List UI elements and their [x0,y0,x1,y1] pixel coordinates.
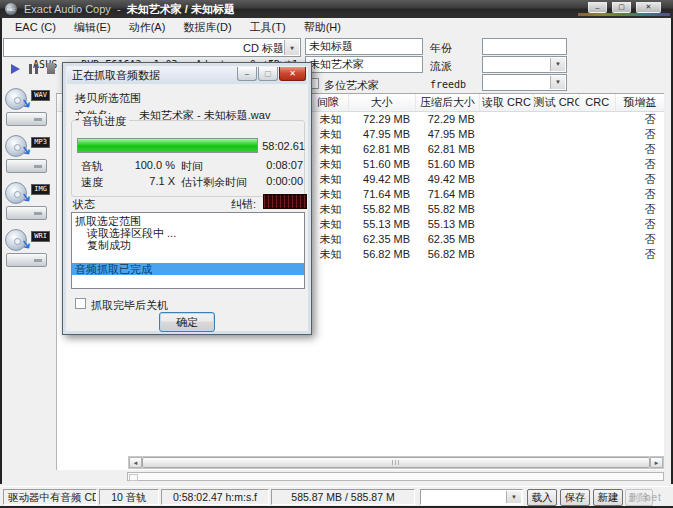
document-title: 未知艺术家 / 未知标题 [127,3,235,15]
genre-label: 流派 [430,59,452,74]
time-label: 时间 [181,159,203,174]
dialog-close-button[interactable]: ✕ [279,67,306,81]
column-header[interactable]: CRC [579,94,615,111]
column-header[interactable]: 间隙 [307,94,348,111]
speed-value: 7.1 X [123,175,175,187]
error-correction-led [263,194,307,209]
progress-bar [77,138,258,153]
various-artists-label: 多位艺术家 [324,78,379,93]
drive-icon [6,159,47,173]
menu-item-0[interactable]: EAC (C) [6,19,65,35]
format-badge: IMG [31,184,50,195]
eac-main-window: EAC Exact Audio Copy - 未知艺术家 / 未知标题 – ▢ … [0,0,673,508]
status-line[interactable]: 音频抓取已完成 [72,263,304,275]
track-length-value: 58:02.61 [261,140,305,152]
freedb-select[interactable]: ▼ [482,74,567,91]
drive-icon [6,253,47,267]
speed-label: 速度 [81,175,103,190]
app-icon: EAC [5,3,17,15]
genre-select[interactable]: ▼ [482,56,567,73]
extraction-dialog: 正在抓取音频数据 – ▢ ✕ 拷贝所选范围 文件名: 未知艺术家 - 未知标题.… [62,62,312,335]
cd-title-input[interactable]: 未知标题 [305,38,423,55]
cd-title-label: CD 标题 [243,41,284,56]
play-icon[interactable] [11,64,20,74]
menu-item-5[interactable]: 帮助(H) [295,18,350,37]
copy-range-label: 拷贝所选范围 [75,91,141,106]
chevron-down-icon[interactable]: ▼ [550,58,565,71]
column-header[interactable]: 大小 [348,94,415,111]
freedb-label: freedb [430,79,466,90]
status-line[interactable]: 抓取选定范围 [72,215,304,227]
column-header[interactable]: 压缩后大小 [415,94,480,111]
track-progress-label: 音轨进度 [79,114,129,129]
menu-bar: EAC (C)编辑(E)动作(A)数据库(D)工具(T)帮助(H) [2,18,671,36]
total-size: 585.87 MB / 585.87 M [271,489,415,505]
maximize-button[interactable]: ▢ [612,2,631,13]
format-badge: WRI [31,231,50,242]
rip-button-mp3[interactable]: ➜MP3 [4,134,50,176]
menu-item-2[interactable]: 动作(A) [120,18,175,37]
menu-item-4[interactable]: 工具(T) [241,18,295,37]
close-button[interactable]: ✕ [636,2,661,13]
dialog-minimize-button[interactable]: – [237,67,257,81]
load-button[interactable]: 载入 [527,489,557,506]
title-bar[interactable]: EAC Exact Audio Copy - 未知艺术家 / 未知标题 – ▢ … [0,0,673,18]
pause-icon[interactable] [29,64,38,74]
track-percent-label: 音轨 [81,159,103,174]
cd-artist-input[interactable]: 未知艺术家 [305,56,423,73]
drive-icon [6,112,47,126]
time-value: 0:08:07 [253,159,303,171]
total-time: 0:58:02.47 h:m:s.f [161,489,269,505]
progress-fill [78,139,257,152]
watermark: net [645,492,662,503]
window-title: Exact Audio Copy - 未知艺术家 / 未知标题 [24,2,235,17]
format-badge: WAV [31,90,50,101]
menu-item-1[interactable]: 编辑(E) [65,18,120,37]
save-button[interactable]: 保存 [560,489,590,506]
eta-label: 估计剩余时间 [181,175,247,190]
rip-button-img[interactable]: ➜IMG [4,181,50,223]
status-line[interactable]: 复制成功 [72,239,304,251]
partial-toolbar-icon[interactable] [47,63,55,74]
scroll-left-icon[interactable]: ◄ [129,457,142,468]
scrollbar-thumb[interactable] [142,457,650,468]
drive-icon [6,206,47,220]
chevron-down-icon[interactable]: ▼ [284,40,299,55]
column-header[interactable]: 预增益 [615,94,664,111]
drive-status: 驱动器中有音频 CD [3,489,97,505]
status-line[interactable]: 读取选择区段中 ... [72,227,304,239]
eta-value: 0:00:00 [253,175,303,187]
status-label: 状态 [73,197,95,212]
status-bar: 驱动器中有音频 CD 10 音轨 0:58:02.47 h:m:s.f 585.… [0,486,673,506]
menu-item-3[interactable]: 数据库(D) [174,18,240,37]
rip-button-wri[interactable]: ➜WRI [4,228,50,270]
shutdown-label: 抓取完毕后关机 [91,298,168,313]
column-header[interactable]: 读取 CRC [480,94,533,111]
dialog-maximize-button: ▢ [258,67,278,81]
chevron-down-icon[interactable]: ▼ [550,76,565,89]
year-input[interactable] [482,38,567,55]
range-strip [127,472,664,481]
chevron-down-icon[interactable]: ▼ [506,491,521,503]
column-header[interactable]: 测试 CRC [533,94,579,111]
format-badge: MP3 [31,137,50,148]
rip-button-wav[interactable]: ➜WAV [4,87,50,129]
profile-select[interactable]: ▼ [420,489,523,505]
scroll-right-icon[interactable]: ► [650,457,663,468]
track-percent-value: 100.0 % [123,159,175,171]
track-count: 10 音轨 [99,489,159,505]
minimize-button[interactable]: – [588,2,607,13]
ok-button[interactable]: 确定 [159,312,215,332]
shutdown-checkbox[interactable] [75,298,86,309]
status-listbox[interactable]: 抓取选定范围读取选择区段中 ...复制成功音频抓取已完成 [71,212,305,289]
side-toolbar: ➜WAV➜MP3➜IMG➜WRI [4,87,54,275]
horizontal-scrollbar[interactable]: ◄ ► [128,456,664,469]
titlebar-gradient-artifact [578,13,670,16]
status-line[interactable] [72,251,304,263]
year-label: 年份 [430,41,452,56]
error-correction-label: 纠错: [231,197,256,212]
new-button[interactable]: 新建 [593,489,623,506]
